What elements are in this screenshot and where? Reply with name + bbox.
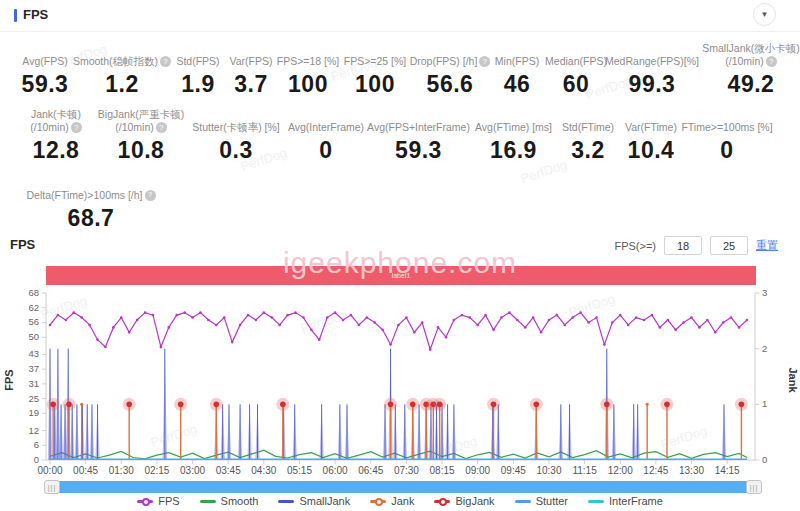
- stat-label: Std(FTime): [562, 108, 614, 134]
- stat-value: 99.3: [629, 71, 676, 98]
- stat-label: Smooth(稳帧指数)?: [73, 42, 171, 68]
- grip-icon: |||: [750, 484, 758, 491]
- help-icon[interactable]: ?: [479, 56, 490, 67]
- stat-value: 59.3: [395, 137, 442, 164]
- legend-item-smooth[interactable]: Smooth: [200, 495, 259, 507]
- legend-label: InterFrame: [609, 495, 663, 507]
- fps-threshold-input-low[interactable]: [664, 236, 702, 255]
- stat-value: 1.9: [181, 71, 214, 98]
- y-left-tick-label: 6: [34, 439, 39, 450]
- stat-value: 60: [563, 71, 590, 98]
- y-left-tick-label: 19: [28, 407, 39, 418]
- y-left-tick-label: 68: [28, 287, 39, 298]
- legend-swatch-icon: [515, 497, 531, 505]
- fps-threshold-input-high[interactable]: [710, 236, 748, 255]
- stat-cell: Smooth(稳帧指数)?1.2: [74, 42, 170, 98]
- stat-cell: Avg(FPS+InterFrame)59.3: [366, 108, 471, 164]
- stat-label: MedRange(FPS)[%]: [605, 42, 699, 68]
- y-left-tick-label: 56: [28, 316, 39, 327]
- help-icon[interactable]: ?: [156, 122, 167, 133]
- scrollbar-handle-right[interactable]: |||: [746, 480, 762, 494]
- x-tick-label: 10:30: [536, 465, 561, 476]
- help-icon[interactable]: ?: [145, 190, 156, 201]
- y-left-tick-label: 37: [28, 363, 39, 374]
- stat-cell: FTime>=100ms [%]0: [682, 108, 772, 164]
- collapse-button[interactable]: ▼: [753, 3, 776, 26]
- y-left-tick-label: 43: [28, 348, 39, 359]
- stat-value: 46: [504, 71, 531, 98]
- stat-label: Std(FPS): [176, 42, 219, 68]
- stat-label: Var(FPS): [230, 42, 273, 68]
- legend-item-stutter[interactable]: Stutter: [515, 495, 568, 507]
- stat-cell: Avg(InterFrame)0: [286, 108, 366, 164]
- chevron-down-icon: ▼: [761, 11, 769, 19]
- stat-cell: Jank(卡顿)(/10min)?12.8: [16, 108, 96, 164]
- legend-item-bigjank[interactable]: BigJank: [434, 495, 494, 507]
- stat-cell: FPS>=25 [%]100: [340, 42, 410, 98]
- y-right-axis-title: Jank: [787, 367, 799, 393]
- y-right-tick-label: 2: [762, 343, 767, 354]
- y-left-tick-label: 50: [28, 331, 39, 342]
- stat-value: 100: [355, 71, 395, 98]
- chart-scrollbar[interactable]: ||| |||: [45, 481, 761, 493]
- y-left-tick-label: 12: [28, 425, 39, 436]
- fps-threshold-label: FPS(>=): [614, 240, 656, 252]
- grip-icon: |||: [48, 484, 56, 491]
- legend-label: Jank: [391, 495, 414, 507]
- stat-label: Stutter(卡顿率) [%]: [192, 108, 280, 134]
- legend-item-interframe[interactable]: InterFrame: [588, 495, 663, 507]
- help-icon[interactable]: ?: [766, 56, 777, 67]
- y-right-tick-label: 0: [762, 454, 767, 465]
- legend-item-jank[interactable]: Jank: [370, 495, 414, 507]
- stat-cell: Min(FPS)46: [490, 42, 544, 98]
- y-left-tick-label: 0: [34, 454, 39, 465]
- legend-label: FPS: [158, 495, 179, 507]
- legend-item-smalljank[interactable]: SmallJank: [278, 495, 350, 507]
- stat-value: 16.9: [490, 137, 537, 164]
- stat-value: 10.8: [118, 137, 165, 164]
- x-tick-label: 01:30: [109, 465, 134, 476]
- chart-legend: FPSSmoothSmallJankJankBigJankStutterInte…: [0, 495, 800, 507]
- panel-header: FPS ▼: [0, 0, 800, 30]
- stat-label: SmallJank(微小卡顿)(/10min)?: [702, 42, 799, 68]
- stat-label: BigJank(严重卡顿)(/10min)?: [98, 108, 184, 134]
- legend-swatch-icon: [370, 497, 386, 505]
- stat-value: 12.8: [33, 137, 80, 164]
- x-tick-label: 00:45: [73, 465, 98, 476]
- stat-label: FPS>=18 [%]: [277, 42, 339, 68]
- series-jank: [50, 403, 747, 460]
- stat-label: Avg(InterFrame): [288, 108, 364, 134]
- y-right-tick-label: 3: [762, 287, 767, 298]
- stat-cell: Drop(FPS) [/h]?56.6: [410, 42, 490, 98]
- scrollbar-handle-left[interactable]: |||: [44, 480, 60, 494]
- reset-link[interactable]: 重置: [756, 238, 778, 253]
- x-tick-label: 13:30: [679, 465, 704, 476]
- help-icon[interactable]: ?: [71, 122, 82, 133]
- legend-item-fps[interactable]: FPS: [137, 495, 179, 507]
- panel-title: FPS: [23, 7, 48, 22]
- stat-label: Avg(FPS+InterFrame): [367, 108, 470, 134]
- legend-swatch-icon: [588, 497, 604, 505]
- legend-swatch-icon: [278, 497, 294, 505]
- stat-cell: SmallJank(微小卡顿)(/10min)?49.2: [696, 42, 800, 98]
- series-bigjank: [47, 398, 748, 411]
- stat-cell: BigJank(严重卡顿)(/10min)?10.8: [96, 108, 186, 164]
- stat-label: Avg(FTime) [ms]: [475, 108, 552, 134]
- fps-chart[interactable]: 6862565043373125191260321000:0000:4501:3…: [0, 285, 800, 480]
- stat-cell: Avg(FPS)59.3: [16, 42, 74, 98]
- stats-row-1: Avg(FPS)59.3Smooth(稳帧指数)?1.2Std(FPS)1.9V…: [16, 42, 800, 98]
- x-tick-label: 05:15: [287, 465, 312, 476]
- x-tick-label: 04:30: [251, 465, 276, 476]
- x-tick-label: 06:45: [358, 465, 383, 476]
- label-band[interactable]: label1: [46, 266, 756, 285]
- x-tick-label: 12:00: [608, 465, 633, 476]
- y-left-tick-label: 31: [28, 378, 39, 389]
- x-tick-label: 07:30: [394, 465, 419, 476]
- x-tick-label: 02:15: [144, 465, 169, 476]
- stat-label: Var(FTime): [625, 108, 677, 134]
- x-tick-label: 11:15: [572, 465, 597, 476]
- stat-label: Avg(FPS): [22, 42, 67, 68]
- stats-row-3: Delta(FTime)>100ms [/h]?68.7: [16, 176, 166, 232]
- band-label: label1: [392, 272, 411, 279]
- stat-value: 0: [720, 137, 733, 164]
